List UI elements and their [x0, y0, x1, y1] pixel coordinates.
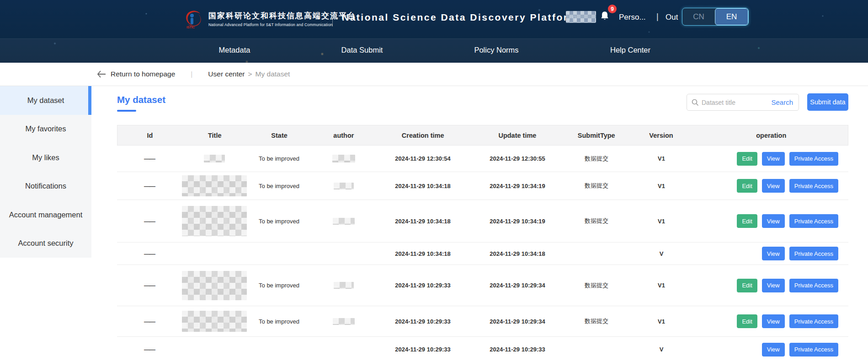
redacted-title	[204, 155, 225, 162]
cell-update-time: 2024-11-29 10:29:34	[470, 282, 565, 289]
nav-help-center[interactable]: Help Center	[610, 38, 650, 63]
col-version: Version	[628, 132, 695, 139]
private-access-button[interactable]: Private Access	[789, 152, 838, 166]
sidebar-item-label: Account security	[18, 239, 73, 248]
cell-operation: ViewPrivate Access	[695, 343, 848, 357]
cell-submit-type: 数据提交	[565, 217, 628, 225]
redacted-author	[333, 318, 355, 325]
breadcrumb-current-page: My dataset	[256, 70, 290, 78]
search-button[interactable]: Search	[771, 98, 793, 106]
table-header-row: Id Title State author Creation time Upda…	[117, 125, 848, 146]
cell-id: ——	[117, 183, 182, 189]
cell-creation-time: 2024-11-29 10:29:33	[376, 318, 470, 325]
logo-text-block: 国家科研论文和科技信息高端交流平台 National Advanced Plat…	[208, 11, 356, 27]
view-button[interactable]: View	[762, 343, 785, 357]
nav-policy-norms[interactable]: Policy Norms	[474, 38, 518, 63]
view-button[interactable]: View	[762, 179, 785, 193]
cell-update-time: 2024-11-29 10:34:19	[470, 218, 565, 225]
personal-center-link[interactable]: Perso...	[619, 13, 646, 22]
table-row: —— To be improved 2024-11-29 10:34:18 20…	[117, 172, 848, 200]
sidebar: My dataset My favorites My likes Notific…	[0, 86, 91, 258]
svg-text:ISTIC: ISTIC	[186, 26, 195, 29]
private-access-button[interactable]: Private Access	[789, 214, 838, 228]
private-access-button[interactable]: Private Access	[789, 314, 838, 328]
edit-button[interactable]: Edit	[737, 152, 757, 166]
table-body: —— To be improved 2024-11-29 12:30:54 20…	[117, 146, 848, 362]
view-button[interactable]: View	[762, 279, 785, 292]
cell-state: To be improved	[247, 318, 311, 325]
logo-chinese-name: 国家科研论文和科技信息高端交流平台	[208, 11, 356, 21]
private-access-button[interactable]: Private Access	[789, 279, 838, 292]
cell-creation-time: 2024-11-29 10:34:18	[376, 218, 470, 225]
cell-title	[182, 155, 247, 162]
redacted-title	[182, 311, 247, 332]
view-button[interactable]: View	[762, 314, 785, 328]
submit-data-button[interactable]: Submit data	[807, 93, 848, 111]
edit-button[interactable]: Edit	[737, 214, 757, 228]
sidebar-item-account-security[interactable]: Account security	[0, 229, 91, 258]
table-row: —— To be improved 2024-11-29 10:29:33 20…	[117, 306, 848, 337]
private-access-button[interactable]: Private Access	[789, 343, 838, 357]
search-input[interactable]	[699, 99, 771, 106]
cell-state: To be improved	[247, 282, 311, 289]
cell-update-time: 2024-11-29 10:34:18	[470, 250, 565, 257]
redacted-author	[333, 218, 355, 225]
language-toggle: CN EN	[682, 8, 749, 26]
edit-button[interactable]: Edit	[737, 279, 757, 292]
cell-author	[311, 183, 376, 189]
redacted-title	[182, 175, 247, 196]
cell-title	[182, 311, 247, 332]
cell-submit-type: 数据提交	[565, 155, 628, 163]
search-icon	[692, 99, 699, 106]
cell-id: ——	[117, 318, 182, 325]
cell-operation: EditViewPrivate Access	[695, 279, 848, 292]
cell-title	[182, 271, 247, 300]
breadcrumb-user-center[interactable]: User center	[208, 70, 245, 78]
cell-operation: ViewPrivate Access	[695, 247, 848, 260]
cell-creation-time: 2024-11-29 12:30:54	[376, 155, 470, 162]
cell-id: ——	[117, 218, 182, 225]
col-update: Update time	[470, 132, 565, 139]
view-button[interactable]: View	[762, 214, 785, 228]
sidebar-item-my-favorites[interactable]: My favorites	[0, 115, 91, 144]
sidebar-item-notifications[interactable]: Notifications	[0, 172, 91, 201]
cell-version: V1	[628, 318, 695, 325]
cell-id: ——	[117, 250, 182, 257]
page: ISTIC 国家科研论文和科技信息高端交流平台 National Advance…	[0, 0, 868, 362]
table-row: —— To be improved 2024-11-29 10:29:33 20…	[117, 265, 848, 306]
notification-count-badge: 9	[608, 5, 617, 13]
lang-cn-button[interactable]: CN	[682, 8, 715, 25]
private-access-button[interactable]: Private Access	[789, 247, 838, 260]
cell-version: V	[628, 346, 695, 353]
view-button[interactable]: View	[762, 152, 785, 166]
nav-metadata[interactable]: Metadata	[219, 38, 250, 63]
top-header: ISTIC 国家科研论文和科技信息高端交流平台 National Advance…	[0, 0, 868, 63]
cell-operation: EditViewPrivate Access	[695, 152, 848, 166]
logout-link[interactable]: Out	[666, 13, 678, 22]
logo-english-name: National Advanced Platform for S&T Infor…	[208, 22, 356, 27]
cell-submit-type: 数据提交	[565, 281, 628, 290]
lang-en-button[interactable]: EN	[715, 8, 748, 25]
cell-version: V1	[628, 155, 695, 162]
view-button[interactable]: View	[762, 247, 785, 260]
cell-operation: EditViewPrivate Access	[695, 214, 848, 228]
cell-update-time: 2024-11-29 10:34:19	[470, 183, 565, 189]
cell-creation-time: 2024-11-29 10:29:33	[376, 282, 470, 289]
sidebar-item-account-management[interactable]: Account management	[0, 200, 91, 229]
edit-button[interactable]: Edit	[737, 179, 757, 193]
site-title: National Science Data Discovery Platform	[342, 12, 578, 23]
col-author: author	[311, 132, 376, 139]
nav-data-submit[interactable]: Data Submit	[341, 38, 383, 63]
redacted-title	[182, 271, 247, 300]
cell-author	[311, 218, 376, 225]
sidebar-item-my-dataset[interactable]: My dataset	[0, 86, 91, 115]
return-to-homepage-link[interactable]: Return to homepage	[111, 70, 175, 78]
sidebar-item-my-likes[interactable]: My likes	[0, 143, 91, 172]
cell-id: ——	[117, 155, 182, 162]
title-underline	[117, 110, 136, 112]
back-arrow-icon[interactable]	[97, 70, 106, 78]
redacted-author	[334, 282, 354, 289]
edit-button[interactable]: Edit	[737, 314, 757, 328]
active-indicator-bar	[88, 86, 91, 115]
private-access-button[interactable]: Private Access	[789, 179, 838, 193]
